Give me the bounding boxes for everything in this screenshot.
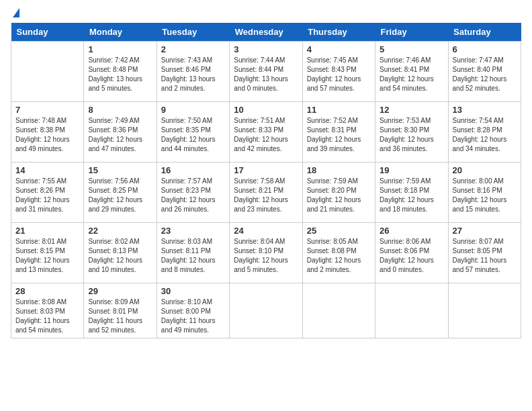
day-info: Sunrise: 8:00 AMSunset: 8:16 PMDaylight:…	[453, 177, 517, 214]
day-info: Sunrise: 7:50 AMSunset: 8:35 PMDaylight:…	[161, 116, 225, 154]
day-number: 25	[307, 226, 371, 236]
calendar-cell: 19Sunrise: 7:59 AMSunset: 8:18 PMDayligh…	[375, 163, 448, 223]
calendar-cell: 18Sunrise: 7:59 AMSunset: 8:20 PMDayligh…	[302, 163, 375, 223]
day-number: 28	[15, 286, 79, 296]
day-number: 13	[453, 105, 517, 115]
calendar-cell: 9Sunrise: 7:50 AMSunset: 8:35 PMDaylight…	[157, 102, 229, 163]
day-number: 4	[307, 44, 371, 54]
day-number: 9	[161, 105, 225, 115]
header-row: SundayMondayTuesdayWednesdayThursdayFrid…	[11, 23, 521, 42]
day-info: Sunrise: 7:45 AMSunset: 8:43 PMDaylight:…	[307, 56, 371, 93]
day-number: 15	[88, 165, 152, 175]
calendar-header: SundayMondayTuesdayWednesdayThursdayFrid…	[11, 23, 521, 42]
calendar-cell: 27Sunrise: 8:07 AMSunset: 8:05 PMDayligh…	[448, 223, 521, 283]
day-info: Sunrise: 7:59 AMSunset: 8:18 PMDaylight:…	[380, 177, 443, 214]
day-number: 26	[380, 226, 443, 236]
day-number: 3	[234, 44, 298, 54]
calendar-cell	[448, 283, 521, 338]
day-info: Sunrise: 8:03 AMSunset: 8:11 PMDaylight:…	[161, 237, 225, 275]
day-header-saturday: Saturday	[448, 23, 521, 42]
page-header	[11, 11, 521, 17]
week-row-4: 28Sunrise: 8:08 AMSunset: 8:03 PMDayligh…	[11, 283, 521, 338]
week-row-2: 14Sunrise: 7:55 AMSunset: 8:26 PMDayligh…	[11, 163, 521, 223]
day-number: 16	[161, 165, 225, 175]
calendar-cell: 23Sunrise: 8:03 AMSunset: 8:11 PMDayligh…	[157, 223, 229, 283]
calendar-cell: 25Sunrise: 8:05 AMSunset: 8:08 PMDayligh…	[302, 223, 375, 283]
calendar-cell	[302, 283, 375, 338]
calendar-cell: 15Sunrise: 7:56 AMSunset: 8:25 PMDayligh…	[84, 163, 157, 223]
day-number: 7	[15, 105, 79, 115]
day-info: Sunrise: 8:06 AMSunset: 8:06 PMDaylight:…	[380, 237, 443, 275]
calendar-cell	[230, 283, 302, 338]
day-info: Sunrise: 8:01 AMSunset: 8:15 PMDaylight:…	[15, 237, 79, 275]
day-number: 20	[453, 165, 517, 175]
calendar-cell: 13Sunrise: 7:54 AMSunset: 8:28 PMDayligh…	[448, 102, 521, 163]
calendar-cell: 28Sunrise: 8:08 AMSunset: 8:03 PMDayligh…	[11, 283, 84, 338]
day-info: Sunrise: 7:44 AMSunset: 8:44 PMDaylight:…	[234, 56, 298, 93]
calendar-cell	[375, 283, 448, 338]
day-number: 21	[15, 226, 79, 236]
day-info: Sunrise: 7:43 AMSunset: 8:46 PMDaylight:…	[161, 56, 225, 93]
calendar-cell: 17Sunrise: 7:58 AMSunset: 8:21 PMDayligh…	[230, 163, 302, 223]
calendar-cell: 8Sunrise: 7:49 AMSunset: 8:36 PMDaylight…	[84, 102, 157, 163]
day-number: 11	[307, 105, 371, 115]
day-number: 1	[88, 44, 152, 54]
day-info: Sunrise: 7:58 AMSunset: 8:21 PMDaylight:…	[234, 177, 298, 214]
calendar-cell: 22Sunrise: 8:02 AMSunset: 8:13 PMDayligh…	[84, 223, 157, 283]
day-header-thursday: Thursday	[302, 23, 375, 42]
day-info: Sunrise: 7:52 AMSunset: 8:31 PMDaylight:…	[307, 116, 371, 154]
day-header-wednesday: Wednesday	[230, 23, 302, 42]
calendar-cell: 12Sunrise: 7:53 AMSunset: 8:30 PMDayligh…	[375, 102, 448, 163]
calendar-cell: 1Sunrise: 7:42 AMSunset: 8:48 PMDaylight…	[84, 42, 157, 102]
calendar-cell	[11, 42, 84, 102]
day-number: 18	[307, 165, 371, 175]
week-row-1: 7Sunrise: 7:48 AMSunset: 8:38 PMDaylight…	[11, 102, 521, 163]
calendar-cell: 11Sunrise: 7:52 AMSunset: 8:31 PMDayligh…	[302, 102, 375, 163]
day-info: Sunrise: 8:07 AMSunset: 8:05 PMDaylight:…	[453, 237, 517, 275]
day-info: Sunrise: 7:47 AMSunset: 8:40 PMDaylight:…	[453, 56, 517, 93]
day-number: 19	[380, 165, 443, 175]
day-info: Sunrise: 7:48 AMSunset: 8:38 PMDaylight:…	[15, 116, 79, 154]
day-header-monday: Monday	[84, 23, 157, 42]
day-number: 12	[380, 105, 443, 115]
day-number: 27	[453, 226, 517, 236]
day-info: Sunrise: 8:05 AMSunset: 8:08 PMDaylight:…	[307, 237, 371, 275]
day-number: 29	[88, 286, 152, 296]
week-row-0: 1Sunrise: 7:42 AMSunset: 8:48 PMDaylight…	[11, 42, 521, 102]
calendar-cell: 29Sunrise: 8:09 AMSunset: 8:01 PMDayligh…	[84, 283, 157, 338]
day-info: Sunrise: 7:53 AMSunset: 8:30 PMDaylight:…	[380, 116, 443, 154]
day-header-tuesday: Tuesday	[157, 23, 229, 42]
calendar-table: SundayMondayTuesdayWednesdayThursdayFrid…	[11, 23, 521, 338]
day-number: 10	[234, 105, 298, 115]
day-info: Sunrise: 7:56 AMSunset: 8:25 PMDaylight:…	[88, 177, 152, 214]
calendar-cell: 16Sunrise: 7:57 AMSunset: 8:23 PMDayligh…	[157, 163, 229, 223]
day-number: 14	[15, 165, 79, 175]
calendar-cell: 6Sunrise: 7:47 AMSunset: 8:40 PMDaylight…	[448, 42, 521, 102]
day-number: 24	[234, 226, 298, 236]
week-row-3: 21Sunrise: 8:01 AMSunset: 8:15 PMDayligh…	[11, 223, 521, 283]
day-number: 2	[161, 44, 225, 54]
day-info: Sunrise: 8:08 AMSunset: 8:03 PMDaylight:…	[15, 298, 79, 335]
calendar-body: 1Sunrise: 7:42 AMSunset: 8:48 PMDaylight…	[11, 42, 521, 338]
day-number: 30	[161, 286, 225, 296]
calendar-cell: 14Sunrise: 7:55 AMSunset: 8:26 PMDayligh…	[11, 163, 84, 223]
calendar-cell: 2Sunrise: 7:43 AMSunset: 8:46 PMDaylight…	[157, 42, 229, 102]
day-number: 22	[88, 226, 152, 236]
calendar-cell: 21Sunrise: 8:01 AMSunset: 8:15 PMDayligh…	[11, 223, 84, 283]
day-info: Sunrise: 7:55 AMSunset: 8:26 PMDaylight:…	[15, 177, 79, 214]
calendar-cell: 4Sunrise: 7:45 AMSunset: 8:43 PMDaylight…	[302, 42, 375, 102]
day-info: Sunrise: 7:49 AMSunset: 8:36 PMDaylight:…	[88, 116, 152, 154]
day-number: 6	[453, 44, 517, 54]
day-number: 8	[88, 105, 152, 115]
day-header-sunday: Sunday	[11, 23, 84, 42]
day-header-friday: Friday	[375, 23, 448, 42]
day-info: Sunrise: 7:51 AMSunset: 8:33 PMDaylight:…	[234, 116, 298, 154]
day-number: 17	[234, 165, 298, 175]
day-info: Sunrise: 7:57 AMSunset: 8:23 PMDaylight:…	[161, 177, 225, 214]
calendar-cell: 3Sunrise: 7:44 AMSunset: 8:44 PMDaylight…	[230, 42, 302, 102]
logo	[11, 11, 19, 17]
day-info: Sunrise: 8:02 AMSunset: 8:13 PMDaylight:…	[88, 237, 152, 275]
day-info: Sunrise: 8:09 AMSunset: 8:01 PMDaylight:…	[88, 298, 152, 335]
calendar-cell: 5Sunrise: 7:46 AMSunset: 8:41 PMDaylight…	[375, 42, 448, 102]
day-info: Sunrise: 7:42 AMSunset: 8:48 PMDaylight:…	[88, 56, 152, 93]
